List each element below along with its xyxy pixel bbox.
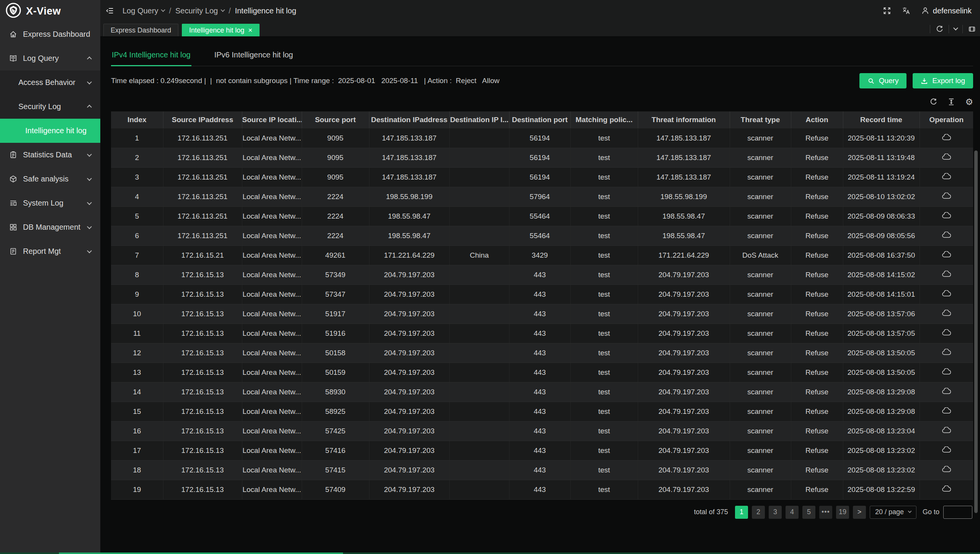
breadcrumb-log-query[interactable]: Log Query <box>122 7 165 15</box>
cloud-icon[interactable] <box>942 310 951 316</box>
tab-ipv6-intelligence-hit-log[interactable]: IPv6 Intelligence hit log <box>214 45 294 66</box>
table-cell: 204.79.197.203 <box>638 265 730 284</box>
table-cell: 204.79.197.203 <box>638 343 730 363</box>
sidebar-submenu-log-query: Access Behavior Security Log Intelligenc… <box>0 70 100 143</box>
export-log-button[interactable]: Export log <box>913 73 973 88</box>
settings-gear-icon[interactable]: ⚙ <box>965 98 973 106</box>
chevron-down-icon[interactable] <box>953 26 958 31</box>
fullscreen-icon[interactable] <box>883 7 891 15</box>
table-cell: 204.79.197.203 <box>638 284 730 304</box>
close-icon[interactable]: × <box>248 26 252 34</box>
table-cell: 172.16.113.251 <box>163 148 242 167</box>
collapse-menu-icon[interactable] <box>106 7 114 15</box>
vertical-scrollbar[interactable] <box>974 150 978 513</box>
page-button[interactable]: 19 <box>836 506 849 519</box>
breadcrumb-security-log[interactable]: Security Log <box>175 7 224 15</box>
page-size-select[interactable]: 20 / page <box>870 506 916 519</box>
query-button[interactable]: Query <box>859 73 907 88</box>
sidebar-item-label: Statistics Data <box>23 150 72 159</box>
row-height-icon[interactable] <box>947 98 956 106</box>
page-button[interactable]: 5 <box>802 506 815 519</box>
cloud-icon[interactable] <box>942 349 951 355</box>
table-cell: 2025-08-08 13:29:08 <box>843 382 920 402</box>
sidebar-item-express-dashboard[interactable]: Express Dashboard <box>0 22 100 46</box>
cloud-icon[interactable] <box>942 407 951 414</box>
tab-intelligence-hit-log[interactable]: Intelligence hit log × <box>182 24 260 36</box>
table-cell: Refuse <box>791 226 843 245</box>
maximize-frame-icon[interactable] <box>968 25 976 33</box>
column-header: Destination port <box>509 111 570 128</box>
table-row: 1172.16.113.251Local Area Netw...9095147… <box>111 128 973 148</box>
table-cell: 204.79.197.203 <box>638 382 730 402</box>
table-cell: Refuse <box>791 128 843 148</box>
cloud-icon[interactable] <box>942 466 951 472</box>
cloud-icon[interactable] <box>942 485 951 492</box>
page-button[interactable]: 1 <box>735 506 748 519</box>
cloud-icon[interactable] <box>942 173 951 180</box>
table-cell: test <box>570 304 638 324</box>
table-cell: 2025-08-09 08:05:56 <box>843 226 920 245</box>
more-pages-button[interactable]: ••• <box>819 506 832 519</box>
cloud-icon[interactable] <box>942 212 951 219</box>
cloud-icon[interactable] <box>942 388 951 394</box>
table-cell: scanner <box>730 128 791 148</box>
cloud-icon[interactable] <box>942 427 951 433</box>
sidebar-item-system-log[interactable]: System Log <box>0 191 100 215</box>
table-cell: Refuse <box>791 304 843 324</box>
table-cell: 204.79.197.203 <box>369 304 449 324</box>
table-cell <box>449 480 509 499</box>
cloud-icon[interactable] <box>942 368 951 375</box>
table-cell: scanner <box>730 265 791 284</box>
sidebar-item-db-management[interactable]: DB Management <box>0 215 100 239</box>
sidebar-item-label: Safe analysis <box>23 175 69 183</box>
horizontal-scrollbar[interactable] <box>0 552 980 554</box>
cloud-icon[interactable] <box>942 193 951 199</box>
cloud-icon[interactable] <box>942 154 951 160</box>
cloud-icon[interactable] <box>942 232 951 238</box>
table-cell: 11 <box>111 324 163 343</box>
sidebar-item-intelligence-hit-log[interactable]: Intelligence hit log <box>0 119 100 143</box>
table-cell: 57416 <box>302 441 369 460</box>
operation-cell <box>920 206 973 226</box>
sidebar-item-statistics-data[interactable]: Statistics Data <box>0 143 100 167</box>
operation-cell <box>920 245 973 265</box>
operation-cell <box>920 148 973 167</box>
sidebar-item-log-query[interactable]: Log Query <box>0 46 100 70</box>
refresh-icon[interactable] <box>929 98 938 106</box>
sidebar-item-security-log[interactable]: Security Log <box>0 95 100 119</box>
page-button[interactable]: 4 <box>786 506 799 519</box>
translate-icon[interactable] <box>902 7 910 15</box>
cloud-icon[interactable] <box>942 446 951 453</box>
table-cell: 2025-08-08 13:57:06 <box>843 304 920 324</box>
sidebar-item-safe-analysis[interactable]: Safe analysis <box>0 167 100 191</box>
download-icon <box>921 77 928 85</box>
table-cell: Local Area Netw... <box>242 245 302 265</box>
table-cell: 2025-08-08 13:50:05 <box>843 343 920 363</box>
page-button[interactable]: 2 <box>752 506 765 519</box>
cloud-icon[interactable] <box>942 251 951 258</box>
sidebar-item-report-mgt[interactable]: Report Mgt <box>0 239 100 263</box>
table-cell: test <box>570 460 638 480</box>
table-cell: Local Area Netw... <box>242 226 302 245</box>
cloud-icon[interactable] <box>942 271 951 277</box>
sidebar-item-access-behavior[interactable]: Access Behavior <box>0 70 100 95</box>
breadcrumb-current: Intelligence hit log <box>235 7 296 15</box>
cloud-icon[interactable] <box>942 290 951 297</box>
table-cell: 16 <box>111 421 163 441</box>
table-cell: 2 <box>111 148 163 167</box>
user-menu[interactable]: defenselink <box>921 7 972 15</box>
next-page-button[interactable]: > <box>853 506 866 519</box>
cloud-icon[interactable] <box>942 329 951 336</box>
table-cell: 3429 <box>509 245 570 265</box>
table-row: 7172.16.15.21Local Area Netw...49261171.… <box>111 245 973 265</box>
table-cell <box>449 128 509 148</box>
table-cell: test <box>570 480 638 499</box>
page-button[interactable]: 3 <box>769 506 782 519</box>
table-cell: 7 <box>111 245 163 265</box>
tab-express-dashboard[interactable]: Express Dashboard <box>103 24 178 36</box>
tab-label: Express Dashboard <box>111 26 171 34</box>
tab-ipv4-intelligence-hit-log[interactable]: IPv4 Intelligence hit log <box>111 45 191 66</box>
cloud-icon[interactable] <box>942 134 951 141</box>
refresh-icon[interactable] <box>935 25 944 33</box>
goto-page-input[interactable] <box>943 506 972 519</box>
